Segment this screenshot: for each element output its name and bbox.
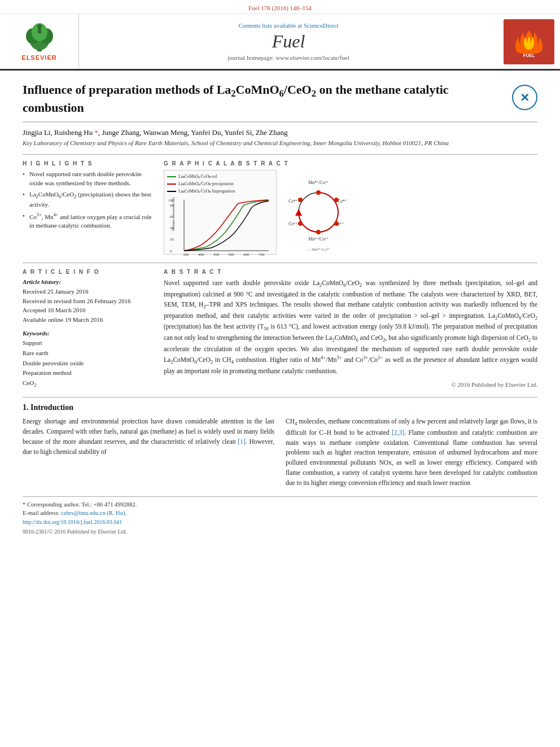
page: Fuel 178 (2016) 148–154 ELSEVIER	[0, 0, 560, 747]
doi-link[interactable]: http://dx.doi.org/10.1016/j.fuel.2016.03…	[23, 518, 537, 527]
elsevier-tree-icon	[17, 22, 62, 53]
svg-rect-6	[38, 29, 41, 33]
svg-text:Mn⁴⁺/Co³⁺: Mn⁴⁺/Co³⁺	[308, 180, 328, 185]
legend-line-precip	[167, 184, 176, 185]
affiliation: Key Laboratory of Chemistry and Physics …	[23, 139, 537, 146]
revised-date: Received in revised form 26 February 201…	[23, 296, 152, 306]
issn-copyright: 0016-2361/© 2016 Published by Elsevier L…	[23, 528, 537, 535]
fuel-logo: FUEL	[504, 19, 554, 64]
svg-text:0: 0	[170, 249, 172, 254]
keywords-section: Keywords: Support Rare earth Double pero…	[23, 330, 152, 389]
legend-line-sol	[167, 176, 176, 177]
journal-ref-text: Fuel 178 (2016) 148–154	[248, 5, 312, 11]
highlights-graphical-row: H I G H L I G H T S Novel supported rare…	[23, 154, 537, 255]
available-date: Available online 19 March 2016	[23, 315, 152, 325]
article-title-section: Influence of preparation methods of La2C…	[23, 82, 537, 123]
elsevier-logo-section: ELSEVIER	[0, 14, 79, 69]
graphical-abstract-label: G R A P H I C A L A B S T R A C T	[164, 160, 537, 167]
corresponding-author-note: * Corresponding author. Tel.: +86 471 49…	[23, 500, 537, 509]
svg-point-36	[298, 198, 303, 202]
cite-2-3[interactable]: [2,3]	[392, 429, 404, 436]
journal-homepage: journal homepage: www.elsevier.com/locat…	[228, 54, 349, 61]
graphical-abstract-col: G R A P H I C A L A B S T R A C T La₂CoM…	[164, 160, 537, 255]
svg-point-32	[334, 198, 339, 202]
crossmark-icon: ✕	[520, 91, 530, 104]
svg-point-5	[37, 24, 42, 29]
abstract-col: A B S T R A C T Novel supported rare ear…	[164, 269, 537, 389]
accepted-date: Accepted 10 March 2016	[23, 305, 152, 315]
sciencedirect-link[interactable]: ScienceDirect	[304, 22, 339, 29]
chart-svg: 0 20 40 60 80 100 300 400 450 500 600	[167, 197, 272, 259]
intro-col-left: Energy shortage and environmental protec…	[23, 417, 274, 488]
main-content: Influence of preparation methods of La2C…	[0, 71, 560, 546]
intro-title: 1. Introduction	[23, 403, 537, 412]
intro-two-col: Energy shortage and environmental protec…	[23, 417, 537, 488]
elsevier-label: ELSEVIER	[21, 54, 56, 61]
svg-point-35	[298, 221, 303, 226]
graphical-abstract: La₂CoMnO₆/CeO₂-sol La₂CoMnO₆/CeO₂-precip…	[164, 170, 537, 255]
abstract-copyright: © 2016 Published by Elsevier Ltd.	[164, 381, 537, 388]
highlight-item-1: Novel supported rare earth double perovs…	[23, 170, 152, 187]
article-info-label: A R T I C L E I N F O	[23, 269, 152, 275]
journal-title: Fuel	[272, 31, 305, 52]
legend-item-1: La₂CoMnO₆/CeO₂-sol	[167, 173, 273, 180]
legend-line-impreg	[167, 191, 176, 192]
svg-text:600: 600	[243, 252, 250, 257]
legend-item-2: La₂CoMnO₆/CeO₂-precipitation	[167, 181, 273, 187]
article-history-label: Article history:	[23, 278, 152, 285]
elsevier-logo: ELSEVIER	[17, 22, 62, 61]
legend-item-3: La₂CoMnO₆/CeO₂-Impregnation	[167, 188, 273, 195]
journal-reference: Fuel 178 (2016) 148–154	[0, 0, 560, 14]
svg-text:Ce³⁺: Ce³⁺	[288, 221, 297, 226]
svg-point-33	[334, 221, 339, 226]
highlights-label: H I G H L I G H T S	[23, 160, 152, 167]
highlights-col: H I G H L I G H T S Novel supported rare…	[23, 160, 152, 255]
circle-diagram-svg: Mn⁴⁺/Co³⁺ Ce⁴⁺ Ce³⁺ Mn³⁺/Co²⁺ Ce³⁺ Ce⁴⁺	[283, 172, 353, 254]
svg-text:Mn³⁺/Co²⁺: Mn³⁺/Co²⁺	[308, 237, 328, 242]
keyword-support: Support	[23, 338, 152, 348]
fuel-logo-section: FUEL	[498, 14, 560, 69]
received-date: Received 25 January 2016	[23, 287, 152, 296]
intro-col-right: CH4 molecules, methane concentrations of…	[286, 417, 537, 488]
article-info-col: A R T I C L E I N F O Article history: R…	[23, 269, 152, 389]
svg-text:Methane conversion (%): Methane conversion (%)	[172, 198, 176, 231]
keyword-ceo2: CeO2	[23, 378, 152, 389]
svg-point-34	[316, 230, 321, 234]
crossmark-badge[interactable]: ✕	[512, 85, 537, 110]
abstract-label: A B S T R A C T	[164, 269, 537, 275]
article-title: Influence of preparation methods of La2C…	[23, 82, 512, 116]
keyword-preparation: Preparation method	[23, 368, 152, 378]
highlight-item-3: Co3+, Mn4+ and lattice oxygen play a cru…	[23, 212, 152, 230]
cite-1[interactable]: [1]	[238, 438, 245, 445]
highlight-item-2: La2CoMnO6/CeO2 (precipitation) shows the…	[23, 190, 152, 209]
journal-center-section: Contents lists available at ScienceDirec…	[79, 14, 498, 69]
keyword-rare-earth: Rare earth	[23, 348, 152, 359]
journal-header: ELSEVIER Contents lists available at Sci…	[0, 14, 560, 71]
svg-text:400: 400	[198, 252, 204, 257]
email-link[interactable]: cehrs@imu.edu.cn (R. Hu).	[61, 510, 126, 516]
svg-text:→ Mn⁴⁺/Co³⁺: → Mn⁴⁺/Co³⁺	[307, 247, 330, 252]
authors: Jingjia Li, Ruisheng Hu *, Junge Zhang, …	[23, 128, 537, 137]
sciencedirect-label: Contents lists available at ScienceDirec…	[238, 22, 338, 29]
chart-legend: La₂CoMnO₆/CeO₂-sol La₂CoMnO₆/CeO₂-precip…	[167, 173, 273, 195]
svg-text:300: 300	[183, 252, 189, 257]
doi-url[interactable]: http://dx.doi.org/10.1016/j.fuel.2016.03…	[23, 519, 122, 525]
svg-text:Ce⁴⁺: Ce⁴⁺	[288, 199, 298, 204]
keyword-double-perovskite: Double perovskite oxide	[23, 359, 152, 369]
fuel-logo-image: FUEL	[509, 25, 549, 59]
svg-text:450: 450	[213, 252, 220, 257]
footnote-section: * Corresponding author. Tel.: +86 471 49…	[23, 496, 537, 535]
keywords-label: Keywords:	[23, 330, 152, 337]
article-info-abstract-row: A R T I C L E I N F O Article history: R…	[23, 263, 537, 389]
svg-point-31	[316, 190, 321, 195]
abstract-text: Novel supported rare earth double perovs…	[164, 278, 537, 376]
methane-conversion-chart: La₂CoMnO₆/CeO₂-sol La₂CoMnO₆/CeO₂-precip…	[164, 170, 277, 255]
svg-text:Ce⁴⁺: Ce⁴⁺	[338, 199, 347, 204]
svg-text:20: 20	[170, 237, 174, 242]
svg-text:500: 500	[228, 252, 234, 257]
highlights-list: Novel supported rare earth double perovs…	[23, 170, 152, 230]
circle-diagram: Mn⁴⁺/Co³⁺ Ce⁴⁺ Ce³⁺ Mn³⁺/Co²⁺ Ce³⁺ Ce⁴⁺	[281, 170, 355, 255]
svg-text:700: 700	[259, 252, 265, 257]
svg-text:FUEL: FUEL	[523, 53, 535, 58]
email-note: E-mail address: cehrs@imu.edu.cn (R. Hu)…	[23, 509, 537, 518]
